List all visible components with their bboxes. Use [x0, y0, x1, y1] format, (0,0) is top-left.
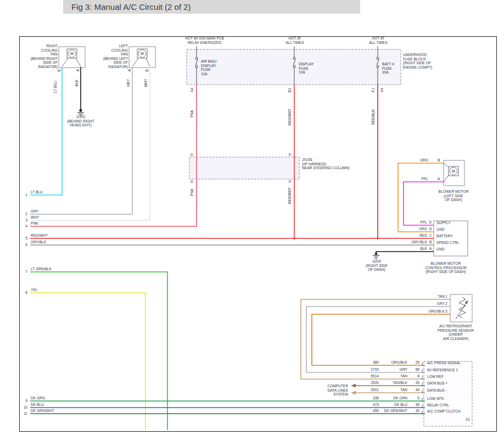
right-fan-motor-m: M: [68, 52, 76, 56]
sensor-wire-tan: TAN: [422, 294, 445, 299]
wire-red-blk-label: RED/BLK: [371, 109, 376, 125]
blower-motor-m: M: [450, 169, 457, 174]
conn-pin-49: 49: [410, 403, 419, 407]
conn-pin-30: 30: [410, 409, 419, 413]
wire-pnk: [30, 85, 197, 226]
proc-wire-blk: BLK: [404, 247, 427, 251]
fuse-feed-1-label: HOT W/ IGN MAIN PCB RELAY ENERGIZED: [173, 36, 236, 44]
proc-fn-supply: SUPPLY: [436, 221, 467, 225]
proc-pin-a: A: [429, 247, 434, 251]
conn-bracket-5: (: [422, 397, 423, 402]
row-num-1: 1: [20, 193, 27, 197]
conn-circuit-2500: 2500: [361, 381, 379, 385]
sensor-wire-orgblk: ORG/BLK: [422, 309, 445, 314]
proc-wire-red: RED: [404, 233, 427, 238]
right-fan-pin-a: A: [76, 69, 80, 71]
proc-pin-e: E: [429, 220, 434, 225]
g200-label: G200 (RIGHT SIDE OF DASH): [360, 259, 394, 272]
conn-color-2700: GRY: [381, 367, 407, 372]
jx206-label: JX206 (I/P HARNESS, NEAR STEERING COLUMN…: [302, 158, 362, 170]
fuse-feed-3-label: HOT AT ALL TIMES: [364, 36, 393, 44]
conn-circuit-2700: 2700: [361, 367, 379, 372]
proc-fn-battery: BATTERY: [436, 234, 467, 238]
proc-fn-gnd1: GND: [436, 227, 467, 232]
conn-bracket-2: (: [422, 375, 423, 380]
conn-pin-25: 25: [410, 360, 419, 365]
fuse-1-label: AIR BAG/ DISPLAY FUSE 10A: [201, 59, 224, 76]
conn-fn-lowspd: LOW SPD: [427, 397, 472, 401]
row-label-ltblu: LT BLU: [31, 190, 75, 194]
conn-fn-relayctrl: RELAY CTRL: [427, 403, 472, 408]
conn-bracket-1: (: [422, 369, 423, 373]
conn-bracket-3: (: [422, 382, 423, 386]
row-label-dkgrn: DK GRN: [31, 396, 75, 400]
processor-label: BLOWER MOTOR CONTROL PROCESSOR (RIGHT SI…: [417, 261, 474, 274]
right-fan-label: RIGHT COOLING FAN (BEHIND RIGHT SIDE OF …: [28, 44, 58, 69]
conn-color-380: ORG/BLK: [381, 360, 407, 365]
row-label-wht: WHT: [31, 215, 75, 220]
left-fan-label: LEFT COOLING FAN (BEHIND LEFT SIDE OF RA…: [98, 44, 128, 69]
sensor-pin-1: 1: [445, 294, 450, 299]
wire-red-wht-label: RED/WHT: [288, 109, 292, 126]
conn-color-2501: TAN: [381, 388, 407, 392]
conn-fn-lowref: LOW REF: [427, 375, 472, 379]
jx206-box: [189, 157, 299, 179]
data-lines-label: COMPUTER DATA LINES SYSTEM: [317, 384, 348, 397]
wire-blk-g200: [376, 252, 434, 253]
conn-fn-acpress: A/C PRESS SIGNAL: [427, 361, 472, 365]
row-num-7: 7: [20, 270, 27, 274]
left-fan-pin-a: A: [127, 69, 132, 71]
row-label-gryblk: GRY/BLK: [31, 240, 75, 244]
blower-wire-org-label: ORG: [412, 158, 428, 163]
proc-pin-c: C: [429, 233, 434, 238]
jx206-pin-d-top: D: [191, 153, 195, 157]
row-label-dkblu: DK BLU: [31, 403, 75, 407]
wire-pnk-label: PNK: [190, 110, 194, 118]
blower-motor-label: BLOWER MOTOR (LEFT SIDE OF DASH): [432, 190, 475, 202]
row-num-10: 10: [20, 405, 27, 410]
row-label-ltgrnblk: LT GRN/BLK: [31, 267, 75, 271]
conn-color-5514: TAN: [381, 374, 407, 378]
proc-pin-b: B: [429, 240, 434, 244]
junction-red-wht: [293, 237, 295, 240]
conn-circuit-335: 335: [361, 396, 379, 400]
conn-pin-44: 44: [410, 388, 419, 392]
conn-color-335: DK GRN: [381, 396, 407, 400]
databus-plus-arrow-icon: [351, 384, 356, 388]
jx206-pin-k-bottom: K: [289, 180, 293, 184]
fuse-2-label: DISPLAY FUSE 10A: [299, 62, 322, 75]
row-num-5: 5: [20, 236, 27, 241]
conn-fn-accomp: A/C COMP CLUTCH: [427, 409, 472, 414]
proc-wire-gryblk: GRY/BLK: [404, 240, 427, 244]
sensor-pin-3: 3: [445, 309, 450, 314]
row-label-pnk: PNK: [31, 221, 75, 226]
proc-fn-speedctrl: SPEED CTRL: [436, 241, 467, 245]
row-label-redwht: RED/WHT: [31, 233, 75, 238]
conn-circuit-380: 380: [361, 360, 379, 365]
fuse-pin-f1: F1: [371, 88, 376, 92]
wire-org-blk-sensor: [312, 314, 450, 365]
conn-circuit-2501: 2501: [361, 388, 379, 392]
left-fan-wire-wht-label: WHT: [144, 79, 148, 87]
blower-wire-ppl-label: PPL: [412, 177, 428, 181]
wire-ppl: [404, 182, 444, 225]
row-label-dkgrnwht: DK GRN/WHT: [31, 409, 75, 413]
conn-circuit-473: 473: [361, 403, 379, 407]
fuse-feed-2-label: HOT AT ALL TIMES: [281, 36, 309, 44]
proc-fn-gnd2: GND: [436, 247, 467, 252]
proc-wire-org: ORG: [404, 227, 427, 231]
fuse-pin-x4-right: X4: [380, 88, 384, 92]
right-fan-pin-b: B: [57, 69, 61, 71]
g200-ground-icon: [373, 253, 379, 259]
right-fan-wire-blk-label: BLK: [75, 80, 79, 86]
row-num-8: 8: [20, 291, 27, 295]
row-label-gry: GRY: [31, 209, 75, 214]
sensor-label: A/C REFRIGERANT PRESSURE SENSOR (UNDER A…: [433, 324, 479, 341]
row-num-4: 4: [20, 224, 27, 229]
conn-color-2500: TAN/BLK: [381, 381, 407, 385]
conn-circuit-5514: 5514: [361, 374, 379, 378]
conn-fn-5vref: 5V REFERENCE 1: [427, 368, 472, 372]
databus-minus-arrow-icon: [351, 391, 356, 395]
left-fan-wire-gry-label: GRY: [126, 79, 131, 87]
conn-pin-65: 65: [410, 367, 419, 372]
